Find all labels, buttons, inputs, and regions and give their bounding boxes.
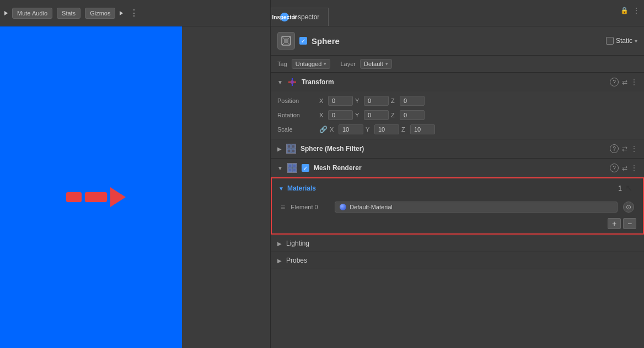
mesh-renderer-help[interactable]: ? <box>610 164 619 172</box>
more-options-icon[interactable]: ⋮ <box>130 8 138 18</box>
mesh-filter-component: ▶ Sphere (Mesh Filter) ? ⇄ ⋮ <box>271 139 644 159</box>
mesh-filter-settings-icon[interactable]: ⇄ <box>622 145 627 153</box>
position-z-label: Z <box>391 97 398 104</box>
position-x-input[interactable] <box>328 96 353 106</box>
dash-segment-1 <box>66 192 82 202</box>
material-field[interactable]: Default-Material <box>335 202 618 213</box>
mesh-filter-more-icon[interactable]: ⋮ <box>631 145 637 153</box>
svg-rect-12 <box>287 145 291 148</box>
transform-more-icon[interactable]: ⋮ <box>631 78 637 86</box>
mesh-renderer-more-icon[interactable]: ⋮ <box>631 164 637 172</box>
materials-title: Materials <box>287 184 615 192</box>
mesh-renderer-component: ▼ ✓ Mesh Renderer ? ⇄ ⋮ <box>271 159 644 235</box>
position-inputs: X Y Z <box>319 96 637 106</box>
scale-y-label: Y <box>366 126 372 133</box>
scale-z-label: Z <box>401 126 408 133</box>
svg-rect-1 <box>284 39 288 43</box>
tag-dropdown[interactable]: Untagged ▾ <box>292 59 331 69</box>
svg-rect-13 <box>292 145 295 148</box>
static-section: Static ▾ <box>606 37 637 45</box>
material-target-btn[interactable]: ⊙ <box>623 202 634 213</box>
mesh-renderer-checkbox[interactable]: ✓ <box>302 164 309 172</box>
position-x-label: X <box>319 97 326 104</box>
rotation-y-input[interactable] <box>364 110 389 120</box>
add-material-btn[interactable]: + <box>608 218 621 229</box>
mesh-renderer-settings-icon[interactable]: ⇄ <box>622 164 627 172</box>
viewport-panel: Mute Audio Stats Gizmos ⋮ <box>0 0 270 348</box>
scale-inputs: 🔗 X Y Z <box>319 124 637 134</box>
mesh-filter-header[interactable]: ▶ Sphere (Mesh Filter) ? ⇄ ⋮ <box>271 139 644 158</box>
mesh-renderer-collapse: ▼ <box>277 165 283 171</box>
transform-header[interactable]: ▼ Transform ? ⇄ ⋮ <box>271 73 644 91</box>
transform-help-btn[interactable]: ? <box>610 78 619 86</box>
transform-fields: Position X Y Z Rotation X <box>271 91 644 139</box>
mesh-renderer-name: Mesh Renderer <box>314 164 605 172</box>
position-z-input[interactable] <box>400 96 425 106</box>
rotation-z-label: Z <box>391 112 398 118</box>
layer-dropdown[interactable]: Default ▾ <box>360 59 392 69</box>
position-y-input[interactable] <box>364 96 389 106</box>
object-active-checkbox[interactable]: ✓ <box>299 37 307 45</box>
remove-material-btn[interactable]: − <box>623 218 636 229</box>
rotation-x-label: X <box>319 112 326 118</box>
scale-y-input[interactable] <box>374 124 399 134</box>
static-dropdown-arrow[interactable]: ▾ <box>635 38 637 44</box>
object-icon <box>277 32 295 50</box>
mesh-filter-help[interactable]: ? <box>610 144 619 153</box>
materials-collapse: ▼ <box>278 186 284 192</box>
scale-row: Scale 🔗 X Y Z <box>271 122 644 137</box>
rotation-x-input[interactable] <box>328 110 353 120</box>
object-name: Sphere <box>312 36 602 46</box>
gizmos-dropdown[interactable] <box>120 11 123 15</box>
transform-name: Transform <box>302 78 605 86</box>
inspector-tabs: Inspector Inspector 🔒 ⋮ <box>271 0 644 26</box>
materials-count: 1 <box>618 184 622 192</box>
mesh-renderer-icon <box>287 163 297 173</box>
svg-rect-15 <box>292 149 295 153</box>
mesh-filter-controls: ? ⇄ ⋮ <box>610 144 637 153</box>
add-remove-row: + − <box>272 216 643 233</box>
rotation-row: Rotation X Y Z <box>271 108 644 122</box>
toolbar-dropdown[interactable] <box>4 11 8 15</box>
probes-label: Probes <box>286 257 307 264</box>
layer-label: Layer <box>340 61 356 67</box>
scale-z-input[interactable] <box>410 124 435 134</box>
scale-link-icon[interactable]: 🔗 <box>319 126 328 133</box>
rotation-label: Rotation <box>277 112 316 118</box>
inspector-tab[interactable]: Inspector Inspector <box>271 8 329 26</box>
rotation-y-label: Y <box>355 112 362 118</box>
panel-more-icon[interactable]: ⋮ <box>633 7 640 14</box>
info-icon: Inspector <box>280 13 289 21</box>
svg-point-7 <box>291 80 294 84</box>
lighting-label: Lighting <box>286 240 309 247</box>
element-row: ≡ Element 0 Default-Material ⊙ <box>272 198 643 216</box>
transform-settings-icon[interactable]: ⇄ <box>622 78 627 86</box>
arrow-head <box>110 187 126 207</box>
svg-rect-14 <box>287 149 291 153</box>
transform-component: ▼ Transform ? ⇄ ⋮ <box>271 73 644 139</box>
rotation-z-input[interactable] <box>400 110 425 120</box>
transform-collapse-arrow: ▼ <box>277 79 283 85</box>
annotation-arrow <box>66 187 126 207</box>
scale-x-input[interactable] <box>339 124 363 134</box>
mesh-filter-name: Sphere (Mesh Filter) <box>300 145 605 153</box>
mesh-filter-collapse: ▶ <box>277 146 282 152</box>
inspector-panel: Inspector Inspector 🔒 ⋮ ✓ Sphere <box>270 0 644 348</box>
mute-audio-button[interactable]: Mute Audio <box>12 8 52 19</box>
static-checkbox[interactable] <box>606 37 614 45</box>
lighting-section[interactable]: ▶ Lighting <box>271 235 644 252</box>
scale-label: Scale <box>277 126 316 133</box>
inspector-body: ✓ Sphere Static ▾ Tag Untagged ▾ Layer D… <box>271 26 644 348</box>
mesh-renderer-header[interactable]: ▼ ✓ Mesh Renderer ? ⇄ ⋮ <box>271 159 644 177</box>
lock-icon[interactable]: 🔒 <box>620 7 629 14</box>
stats-button[interactable]: Stats <box>57 8 80 19</box>
position-label: Position <box>277 97 316 104</box>
material-name: Default-Material <box>350 204 393 210</box>
probes-section[interactable]: ▶ Probes <box>271 252 644 269</box>
mesh-filter-icon <box>286 144 296 154</box>
inspector-tab-label: Inspector <box>292 13 319 21</box>
position-y-label: Y <box>355 97 362 104</box>
gizmos-button[interactable]: Gizmos <box>85 8 115 19</box>
object-header: ✓ Sphere Static ▾ <box>271 26 644 56</box>
materials-header[interactable]: ▼ Materials 1 ↖ <box>272 178 643 198</box>
